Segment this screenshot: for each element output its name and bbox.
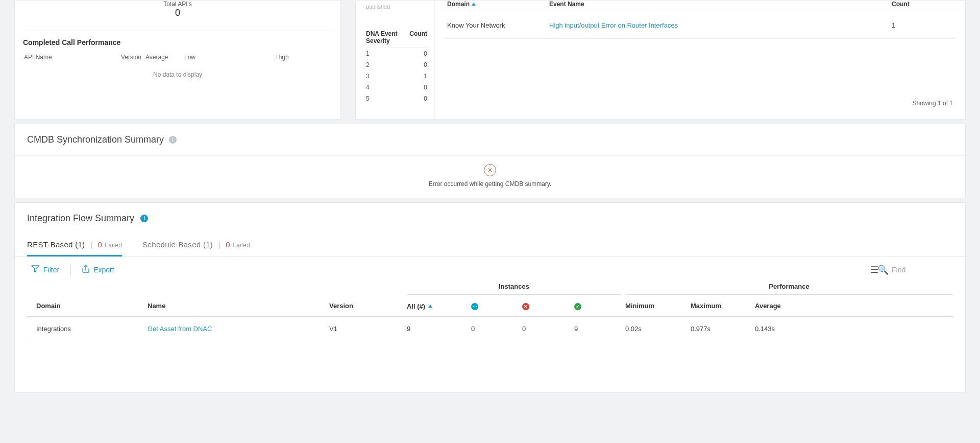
info-icon[interactable]: i	[140, 215, 148, 222]
event-row: Know Your Network High input/output Erro…	[443, 12, 957, 38]
events-col-domain[interactable]: Domain	[447, 1, 549, 8]
col-name[interactable]: Name	[148, 302, 329, 310]
col-high: High	[276, 54, 331, 61]
flow-table-header: Domain Name Version All (#) ⋯ ✕ ✓ Minimu…	[27, 295, 953, 317]
cell-avg: 0.143s	[755, 325, 953, 333]
sort-asc-icon	[472, 3, 476, 6]
group-header-performance: Performance	[625, 283, 953, 295]
total-api-value: 0	[23, 8, 332, 18]
cell-ok: 9	[574, 325, 625, 333]
col-status-progress[interactable]: ⋯	[471, 302, 522, 310]
event-count: 1	[892, 21, 953, 29]
export-button[interactable]: Export	[78, 263, 118, 276]
search-list-icon: ☰🔍	[870, 264, 888, 275]
col-average: Average	[145, 54, 184, 61]
events-col-name[interactable]: Event Name	[549, 1, 892, 8]
error-icon: ✕	[484, 164, 496, 176]
export-icon	[82, 265, 89, 274]
flow-table-row: Integrations Get Asset from DNAC V1 9 0 …	[27, 317, 953, 341]
col-domain[interactable]: Domain	[27, 302, 148, 310]
flow-tabs: REST-Based (1) | 0 Failed Schedule-Based…	[15, 227, 965, 257]
total-api-label: Total API's	[23, 1, 332, 8]
severity-header-name: DNA Event Severity	[366, 30, 409, 44]
col-maximum[interactable]: Maximum	[691, 302, 755, 310]
col-version: Version	[121, 54, 145, 61]
cmdb-error-text: Error occurred while getting CMDB summar…	[15, 180, 965, 188]
col-status-ok[interactable]: ✓	[574, 302, 625, 310]
find-box[interactable]: ☰🔍	[870, 264, 953, 275]
cell-error: 0	[522, 325, 574, 333]
divider	[70, 264, 71, 275]
severity-header-count: Count	[409, 30, 427, 44]
cell-progress: 0	[471, 325, 522, 333]
event-name-link[interactable]: High input/output Error on Router Interf…	[549, 21, 892, 29]
group-header-instances: Instances	[407, 283, 621, 295]
severity-row: 10	[366, 48, 427, 59]
cell-name-link[interactable]: Get Asset from DNAC	[148, 325, 329, 333]
severity-row: 31	[366, 71, 427, 82]
cmdb-sync-card: CMDB Synchronization Summary i ✕ Error o…	[14, 124, 966, 198]
cell-domain: Integrations	[27, 325, 148, 333]
divider	[23, 31, 332, 31]
col-minimum[interactable]: Minimum	[625, 302, 691, 310]
showing-text: Showing 1 of 1	[443, 96, 957, 111]
published-label: published	[366, 4, 427, 10]
api-table-headers: API Name Version Average Low High	[23, 54, 332, 61]
severity-row: 50	[366, 93, 427, 104]
col-all[interactable]: All (#)	[407, 302, 471, 310]
severity-row: 20	[366, 59, 427, 71]
sort-asc-icon	[428, 305, 432, 308]
info-icon[interactable]: i	[169, 136, 177, 144]
progress-icon: ⋯	[471, 303, 478, 310]
col-average[interactable]: Average	[755, 302, 953, 310]
col-api-name: API Name	[24, 54, 121, 61]
tab-rest-based[interactable]: REST-Based (1) | 0 Failed	[27, 236, 122, 257]
api-summary-panel: Total API's 0 Completed Call Performance…	[14, 0, 341, 120]
error-status-icon: ✕	[522, 303, 529, 310]
events-col-count[interactable]: Count	[892, 1, 953, 8]
severity-row: 40	[366, 82, 427, 93]
col-low: Low	[184, 54, 276, 61]
divider	[443, 38, 957, 39]
cmdb-title: CMDB Synchronization Summary	[27, 134, 164, 145]
col-status-error[interactable]: ✕	[522, 302, 574, 310]
success-icon: ✓	[574, 303, 581, 310]
events-panel: published DNA Event Severity Count 10 20…	[355, 0, 966, 120]
col-version[interactable]: Version	[329, 302, 407, 310]
cell-min: 0.02s	[625, 325, 691, 333]
cell-all: 9	[407, 325, 471, 333]
filter-icon	[31, 265, 39, 274]
filter-button[interactable]: Filter	[27, 263, 63, 276]
cell-version: V1	[329, 325, 407, 333]
flow-title: Integration Flow Summary	[27, 213, 134, 224]
cell-max: 0.977s	[691, 325, 755, 333]
integration-flow-card: Integration Flow Summary i REST-Based (1…	[14, 202, 966, 393]
find-input[interactable]	[892, 266, 953, 274]
event-domain: Know Your Network	[447, 21, 549, 29]
completed-call-title: Completed Call Performance	[23, 38, 332, 46]
no-data-message: No data to display	[23, 61, 332, 88]
tab-schedule-based[interactable]: Schedule-Based (1) | 0 Failed	[142, 236, 250, 256]
